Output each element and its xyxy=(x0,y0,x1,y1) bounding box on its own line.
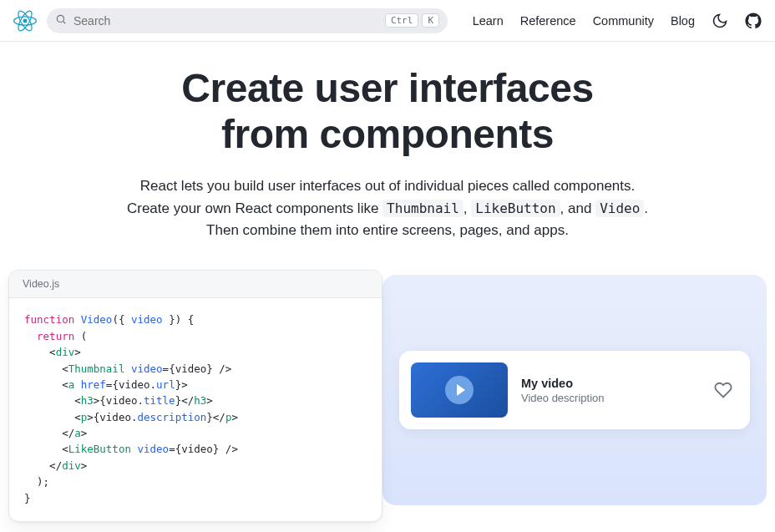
code-video: Video xyxy=(595,200,644,217)
nav-learn[interactable]: Learn xyxy=(473,14,504,28)
hero-title-line1: Create user interfaces xyxy=(181,66,593,110)
video-description: Video description xyxy=(521,392,698,404)
video-meta: My video Video description xyxy=(521,377,698,404)
play-icon xyxy=(445,376,474,404)
search-input[interactable] xyxy=(73,14,378,28)
svg-point-4 xyxy=(57,15,63,22)
video-card: My video Video description xyxy=(399,351,750,429)
preview-panel: My video Video description xyxy=(382,275,767,505)
kbd-ctrl: Ctrl xyxy=(385,13,419,28)
like-button[interactable] xyxy=(712,378,735,402)
code-panel: Video.js function Video({ video }) { ret… xyxy=(8,270,382,522)
kbd-k: K xyxy=(422,13,439,28)
react-logo[interactable] xyxy=(13,9,37,33)
code-filename-tab: Video.js xyxy=(9,271,382,298)
video-thumbnail[interactable] xyxy=(411,362,508,418)
search-shortcut: Ctrl K xyxy=(385,13,439,28)
search-icon xyxy=(55,13,67,28)
search-box[interactable]: Ctrl K xyxy=(47,8,448,33)
code-thumbnail: Thumbnail xyxy=(382,200,463,217)
demo-section: My video Video description Video.js func… xyxy=(0,258,775,532)
nav-community[interactable]: Community xyxy=(593,14,654,28)
nav-reference[interactable]: Reference xyxy=(520,14,576,28)
nav-blog[interactable]: Blog xyxy=(671,14,695,28)
code-block: function Video({ video }) { return ( <di… xyxy=(9,298,382,521)
primary-nav: Learn Reference Community Blog xyxy=(473,13,762,29)
dark-mode-icon[interactable] xyxy=(712,13,728,29)
video-title[interactable]: My video xyxy=(521,377,698,390)
code-likebutton: LikeButton xyxy=(471,200,560,217)
hero-title: Create user interfaces from components xyxy=(17,65,758,157)
svg-line-5 xyxy=(63,21,66,23)
github-icon[interactable] xyxy=(745,13,762,29)
hero-section: Create user interfaces from components R… xyxy=(0,42,775,258)
svg-point-0 xyxy=(23,18,28,23)
hero-paragraph: React lets you build user interfaces out… xyxy=(120,175,655,241)
site-header: Ctrl K Learn Reference Community Blog xyxy=(0,0,775,42)
hero-title-line2: from components xyxy=(221,112,554,156)
